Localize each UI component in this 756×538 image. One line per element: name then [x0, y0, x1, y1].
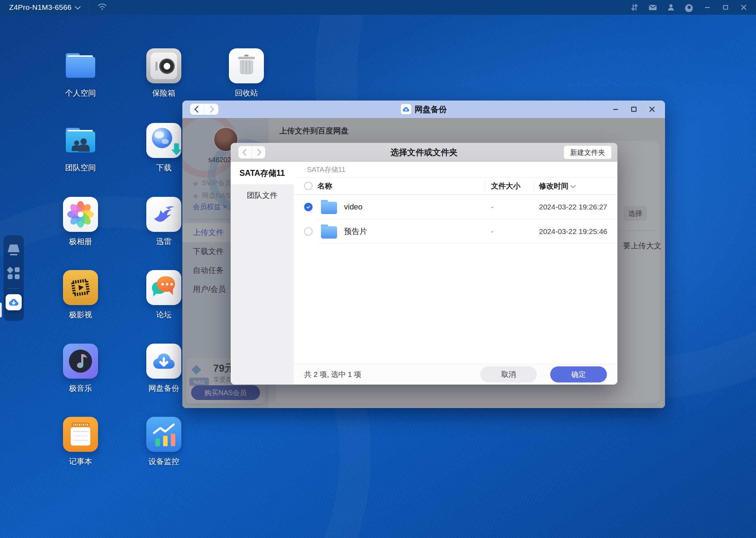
window-titlebar[interactable]: 网盘备份 — [182, 101, 665, 118]
row-checkbox[interactable] — [304, 203, 313, 211]
transfer-icon[interactable] — [630, 3, 639, 12]
settings-gear-icon[interactable] — [685, 3, 694, 12]
dialog-forward-button[interactable] — [252, 146, 265, 159]
download-globe-icon — [146, 123, 181, 158]
desktop-app-notes[interactable]: 记事本 — [52, 417, 108, 467]
wifi-icon — [97, 2, 107, 12]
file-row-trailer[interactable]: 预告片 - 2024-03-22 19:25:46 — [294, 219, 617, 244]
dialog-content: SATA存储11 名称 文件大小 修改时间 — [294, 162, 617, 385]
dialog-footer: 共 2 项, 选中 1 项 取消 确定 — [294, 364, 617, 385]
device-monitor-chart-icon — [146, 417, 181, 452]
column-modified[interactable]: 修改时间 — [539, 181, 575, 191]
dialog-header: 选择文件或文件夹 新建文件夹 — [231, 143, 617, 162]
cancel-button[interactable]: 取消 — [480, 366, 537, 382]
team-space-folder-icon — [63, 123, 98, 158]
folder-icon — [321, 225, 337, 239]
desktop-app-movies[interactable]: 极影视 — [52, 270, 108, 320]
column-name[interactable]: 名称 — [317, 181, 332, 191]
forum-chat-icon — [146, 270, 181, 305]
chevron-down-icon — [75, 4, 81, 10]
table-header: 名称 文件大小 修改时间 — [294, 178, 617, 195]
desktop-screen: Z4Pro-N1M3-6566 — [0, 0, 756, 538]
mail-icon[interactable] — [648, 3, 657, 12]
sidebar-item-team-files[interactable]: 团队文件 — [231, 184, 294, 207]
photos-flower-icon — [63, 197, 98, 232]
device-selector[interactable]: Z4Pro-N1M3-6566 — [0, 0, 89, 15]
recycle-bin-icon — [229, 48, 264, 83]
desktop-app-photos[interactable]: 极相册 — [52, 197, 108, 247]
breadcrumb[interactable]: SATA存储11 — [294, 162, 617, 178]
personal-space-folder-icon — [63, 48, 98, 83]
device-name: Z4Pro-N1M3-6566 — [9, 3, 71, 12]
desktop-app-safe[interactable]: 保险箱 — [136, 48, 192, 98]
column-size[interactable]: 文件大小 — [491, 181, 520, 191]
dialog-title: 选择文件或文件夹 — [231, 147, 617, 158]
dock-desktop-icon-base — [10, 254, 18, 255]
top-bar: Z4Pro-N1M3-6566 — [0, 0, 756, 15]
cloud-backup-icon — [146, 344, 181, 379]
window-minimize-icon[interactable] — [612, 105, 620, 113]
close-icon[interactable] — [739, 3, 748, 12]
sort-chevron-icon — [570, 182, 576, 188]
new-folder-button[interactable]: 新建文件夹 — [564, 145, 612, 159]
desktop-app-team-space[interactable]: 团队空间 — [52, 123, 108, 173]
window-close-icon[interactable] — [648, 105, 656, 113]
dock-cloud-backup-app[interactable] — [6, 294, 22, 310]
desktop-app-recycle-bin[interactable]: 回收站 — [218, 48, 274, 98]
sidebar-item-sata-storage[interactable]: SATA存储11 — [231, 162, 294, 184]
dialog-back-button[interactable] — [238, 146, 252, 159]
desktop-app-device-monitor[interactable]: 设备监控 — [136, 417, 192, 467]
desktop-app-personal-space[interactable]: 个人空间 — [52, 48, 108, 98]
forward-button[interactable] — [204, 104, 218, 115]
dock — [4, 235, 24, 321]
peeking-window-edge — [0, 303, 2, 317]
safe-icon — [146, 48, 181, 83]
window-title: 网盘备份 — [415, 104, 447, 115]
maximize-icon[interactable] — [721, 3, 730, 12]
movies-filmstrip-icon — [63, 270, 98, 305]
select-all-checkbox[interactable] — [304, 182, 313, 190]
select-file-dialog: 选择文件或文件夹 新建文件夹 SATA存储11 团队文件 SATA存储11 名称… — [231, 143, 617, 385]
xunlei-bird-icon — [146, 197, 181, 232]
back-button[interactable] — [190, 104, 204, 115]
file-row-video[interactable]: video - 2024-03-22 19:26:27 — [294, 195, 617, 219]
dialog-sidebar: SATA存储11 团队文件 — [231, 162, 294, 385]
row-checkbox[interactable] — [304, 227, 313, 236]
file-list-empty-area — [294, 244, 617, 364]
music-note-icon — [63, 344, 98, 379]
window-maximize-icon[interactable] — [630, 105, 638, 113]
user-icon[interactable] — [666, 3, 676, 12]
top-bar-actions — [630, 3, 756, 12]
folder-icon — [321, 200, 337, 214]
desktop-app-music[interactable]: 极音乐 — [52, 344, 108, 394]
dock-divider — [8, 288, 20, 289]
dock-apps-grid-icon[interactable] — [8, 267, 20, 279]
dock-desktop-icon[interactable] — [8, 244, 20, 252]
selection-summary: 共 2 项, 选中 1 项 — [304, 370, 361, 379]
confirm-button[interactable]: 确定 — [550, 366, 607, 382]
resize-grip[interactable] — [657, 400, 662, 405]
window-app-icon — [401, 104, 411, 115]
notes-icon — [63, 417, 98, 452]
minimize-icon[interactable] — [703, 3, 712, 12]
